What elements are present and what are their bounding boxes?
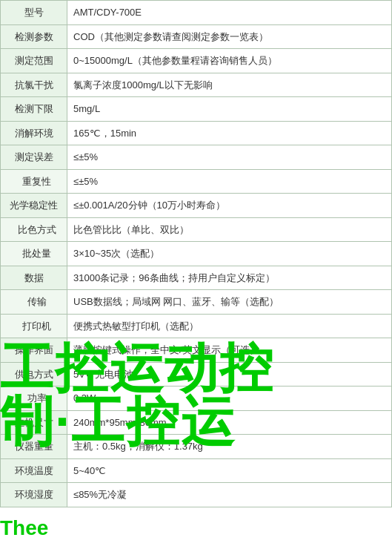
- specs-table: 型号AMT/CDY-700E检测参数COD（其他测定参数请查阅测定参数一览表）测…: [0, 0, 392, 507]
- table-row: 测定范围0~15000mg/L（其他参数量程请咨询销售人员）: [1, 49, 392, 73]
- table-row: 批处量3×10~35次（选配）: [1, 242, 392, 266]
- row-label: 检测下限: [1, 97, 67, 122]
- table-row: 主机尺寸240mm*95mm*80mm: [1, 410, 392, 435]
- row-value: ≤85%无冷凝: [67, 483, 392, 507]
- row-value: 5V可充电电池: [67, 362, 392, 387]
- row-value: 主机：0.5kg；消解仪：1.37kg: [67, 435, 392, 459]
- row-label: 型号: [1, 1, 67, 25]
- row-label: 消解环境: [1, 121, 67, 145]
- row-value: 3×10~35次（选配）: [67, 242, 392, 266]
- table-row: 光学稳定性≤±0.001A/20分钟（10万小时寿命）: [1, 194, 392, 218]
- table-row: 供电方式5V可充电电池: [1, 362, 392, 387]
- row-value: 240mm*95mm*80mm: [67, 410, 392, 435]
- row-value: AMT/CDY-700E: [67, 1, 392, 25]
- row-value: 便携式热敏型打印机（选配）: [67, 314, 392, 338]
- row-label: 供电方式: [1, 362, 67, 387]
- row-label: 数据: [1, 266, 67, 290]
- row-label: 打印机: [1, 314, 67, 338]
- table-row: 检测参数COD（其他测定参数请查阅测定参数一览表）: [1, 24, 392, 49]
- row-value: 氯离子浓度1000mg/L以下无影响: [67, 73, 392, 97]
- row-label: 主机尺寸: [1, 410, 67, 435]
- row-label: 传输: [1, 290, 67, 315]
- table-row: 功率0.3W: [1, 387, 392, 411]
- row-label: 重复性: [1, 169, 67, 194]
- row-value: 165℃，15min: [67, 121, 392, 145]
- row-value: 比色管比比（单比、双比）: [67, 217, 392, 242]
- row-value: 31000条记录；96条曲线；持用户自定义标定）: [67, 266, 392, 290]
- table-row: 比色方式比色管比比（单比、双比）: [1, 217, 392, 242]
- row-value: 薄膜按键式操作，全中文/英文显示（可选）: [67, 338, 392, 363]
- row-label: 检测参数: [1, 24, 67, 49]
- table-row: 操作界面薄膜按键式操作，全中文/英文显示（可选）: [1, 338, 392, 363]
- row-value: COD（其他测定参数请查阅测定参数一览表）: [67, 24, 392, 49]
- row-value: 0~15000mg/L（其他参数量程请咨询销售人员）: [67, 49, 392, 73]
- table-row: 打印机便携式热敏型打印机（选配）: [1, 314, 392, 338]
- table-row: 环境湿度≤85%无冷凝: [1, 483, 392, 507]
- row-label: 功率: [1, 387, 67, 411]
- table-row: 抗氯干扰氯离子浓度1000mg/L以下无影响: [1, 73, 392, 97]
- row-label: 比色方式: [1, 217, 67, 242]
- bottom-watermark: Thee: [0, 516, 48, 540]
- row-label: 光学稳定性: [1, 194, 67, 218]
- row-label: 测定范围: [1, 49, 67, 73]
- row-value: ≤±5%: [67, 145, 392, 170]
- row-label: 仪器重量: [1, 435, 67, 459]
- table-row: 消解环境165℃，15min: [1, 121, 392, 145]
- table-row: 重复性≤±5%: [1, 169, 392, 194]
- row-value: USB数据线；局域网 网口、蓝牙、输等（选配）: [67, 290, 392, 315]
- row-value: ≤±0.001A/20分钟（10万小时寿命）: [67, 194, 392, 218]
- table-row: 测定误差≤±5%: [1, 145, 392, 170]
- row-value: 0.3W: [67, 387, 392, 411]
- table-row: 传输USB数据线；局域网 网口、蓝牙、输等（选配）: [1, 290, 392, 315]
- table-row: 数据31000条记录；96条曲线；持用户自定义标定）: [1, 266, 392, 290]
- table-row: 检测下限5mg/L: [1, 97, 392, 122]
- row-value: ≤±5%: [67, 169, 392, 194]
- row-value: 5~40℃: [67, 458, 392, 483]
- row-label: 操作界面: [1, 338, 67, 363]
- row-label: 测定误差: [1, 145, 67, 170]
- table-row: 仪器重量主机：0.5kg；消解仪：1.37kg: [1, 435, 392, 459]
- row-label: 环境温度: [1, 458, 67, 483]
- row-value: 5mg/L: [67, 97, 392, 122]
- row-label: 批处量: [1, 242, 67, 266]
- table-row: 型号AMT/CDY-700E: [1, 1, 392, 25]
- row-label: 环境湿度: [1, 483, 67, 507]
- row-label: 抗氯干扰: [1, 73, 67, 97]
- table-row: 环境温度5~40℃: [1, 458, 392, 483]
